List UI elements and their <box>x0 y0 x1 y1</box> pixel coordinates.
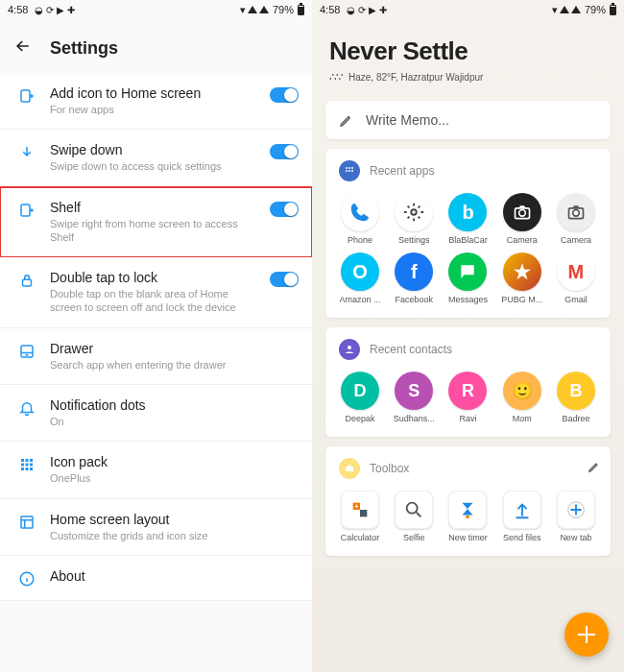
item-title: Icon pack <box>50 454 291 469</box>
memo-placeholder: Write Memo... <box>366 112 449 128</box>
contact-badree[interactable]: BBadree <box>551 372 601 423</box>
battery-icon <box>610 5 616 15</box>
item-title: Swipe down <box>50 142 262 157</box>
contact-label: Deepak <box>346 414 375 423</box>
toggle-switch[interactable] <box>270 144 299 159</box>
svg-rect-28 <box>348 466 351 468</box>
svg-point-17 <box>351 167 353 169</box>
app-pubg-m-[interactable]: ★PUBG M... <box>497 252 547 304</box>
toggle-switch[interactable] <box>270 87 299 103</box>
recent-apps-card: Recent apps PhoneSettingsbBlaBlaCarCamer… <box>325 149 611 318</box>
app-label: Messages <box>448 295 488 304</box>
settings-item-info[interactable]: About <box>0 556 312 601</box>
app-facebook[interactable]: fFacebook <box>389 252 439 304</box>
settings-list: Add icon to Home screenFor new appsSwipe… <box>0 73 312 672</box>
settings-item-shelf[interactable]: ShelfSwipe right from home screen to acc… <box>0 187 312 258</box>
contact-deepak[interactable]: DDeepak <box>335 372 385 423</box>
settings-item-swipe-down[interactable]: Swipe downSwipe down to access quick set… <box>0 130 312 186</box>
back-button[interactable] <box>13 36 33 60</box>
item-subtitle: For new apps <box>50 103 262 116</box>
battery-percent: 79% <box>273 4 294 15</box>
toolbox-edit-button[interactable] <box>588 460 601 477</box>
contacts-badge-icon <box>339 339 360 360</box>
toolbox-card: Toolbox +CalculatorSelfieNew timerSend f… <box>325 446 611 556</box>
page-title: Settings <box>50 38 118 59</box>
app-label: BlaBlaCar <box>448 235 488 245</box>
svg-rect-9 <box>30 464 33 467</box>
app-camera[interactable]: Camera <box>497 193 547 245</box>
svg-rect-30 <box>360 510 367 516</box>
svg-point-21 <box>412 209 418 215</box>
app-label: Amazon ... <box>340 295 381 304</box>
item-subtitle: Double tap on the blank area of Home scr… <box>50 287 262 315</box>
svg-point-19 <box>348 170 350 172</box>
tool-calculator[interactable]: +Calculator <box>335 491 385 542</box>
svg-rect-8 <box>26 464 29 467</box>
signal-icon <box>259 6 269 13</box>
settings-item-bell[interactable]: Notification dotsOn <box>0 385 312 442</box>
lock-icon <box>13 270 40 289</box>
svg-text:+: + <box>355 503 359 510</box>
svg-rect-12 <box>30 468 33 470</box>
item-subtitle: Swipe down to access quick settings <box>50 159 262 173</box>
contact-ravi[interactable]: RRavi <box>443 372 492 423</box>
toggle-switch[interactable] <box>270 272 299 287</box>
tool-selfie[interactable]: Selfie <box>389 491 439 542</box>
settings-item-layout[interactable]: Home screen layoutCustomize the grids an… <box>0 499 312 556</box>
app-camera[interactable]: Camera <box>551 193 601 245</box>
recent-apps-label: Recent apps <box>370 164 434 178</box>
fab-add-button[interactable] <box>564 612 609 657</box>
contact-sudhans-[interactable]: SSudhans... <box>389 372 439 423</box>
settings-screen: 4:58 ◒⟳▶✚ ▾ 79% Settings Add icon to Hom… <box>0 0 312 672</box>
settings-item-lock[interactable]: Double tap to lockDouble tap on the blan… <box>0 257 312 328</box>
wifi-icon: ▾ <box>240 4 246 16</box>
settings-item-grid[interactable]: Icon packOnePlus <box>0 442 312 498</box>
tool-new-timer[interactable]: New timer <box>443 491 492 542</box>
signal-icon <box>560 6 569 13</box>
layout-icon <box>13 512 40 531</box>
svg-point-15 <box>346 167 348 169</box>
app-blablacar[interactable]: bBlaBlaCar <box>443 193 492 245</box>
app-phone[interactable]: Phone <box>335 193 385 245</box>
tool-label: New timer <box>448 533 488 542</box>
item-subtitle: Customize the grids and icon size <box>50 529 291 542</box>
recent-contacts-card: Recent contacts DDeepakSSudhans...RRavi🙂… <box>325 327 611 437</box>
svg-point-32 <box>407 503 418 514</box>
signal-icon <box>248 6 257 13</box>
svg-rect-10 <box>21 468 24 470</box>
app-amazon-[interactable]: OAmazon ... <box>335 252 385 304</box>
tool-label: Selfie <box>403 533 425 542</box>
battery-percent: 79% <box>585 4 606 15</box>
svg-rect-27 <box>346 467 353 471</box>
tool-send-files[interactable]: Send files <box>497 491 547 542</box>
swipe-down-icon <box>13 142 40 161</box>
svg-rect-13 <box>21 516 33 528</box>
contact-label: Ravi <box>459 414 476 423</box>
app-settings[interactable]: Settings <box>389 193 439 245</box>
svg-point-23 <box>518 210 525 217</box>
tool-new-tab[interactable]: New tab <box>551 491 601 542</box>
write-memo[interactable]: Write Memo... <box>325 101 611 139</box>
contact-mom[interactable]: 🙂Mom <box>497 372 547 423</box>
weather-row[interactable]: ∴∵ Haze, 82°F, Hazratpur Wajidpur <box>329 70 607 84</box>
item-title: Add icon to Home screen <box>50 85 262 101</box>
bell-icon <box>13 397 40 417</box>
svg-point-25 <box>573 210 580 217</box>
tool-label: Calculator <box>341 533 380 542</box>
app-gmail[interactable]: MGmail <box>551 252 601 304</box>
recent-contacts-label: Recent contacts <box>370 343 452 356</box>
drawer-icon <box>13 341 40 360</box>
settings-item-add-home[interactable]: Add icon to Home screenFor new apps <box>0 73 312 130</box>
app-messages[interactable]: Messages <box>443 252 492 304</box>
settings-item-drawer[interactable]: DrawerSearch app when entering the drawe… <box>0 328 312 385</box>
svg-point-26 <box>348 346 351 349</box>
item-title: Notification dots <box>50 397 291 413</box>
signal-icon <box>571 6 581 13</box>
svg-rect-6 <box>30 459 33 462</box>
app-label: Camera <box>561 235 591 245</box>
item-title: Drawer <box>50 341 291 356</box>
status-bar: 4:58 ◒⟳▶✚ ▾ 79% <box>312 0 624 19</box>
toggle-switch[interactable] <box>270 202 299 217</box>
shelf-title: Never Settle <box>329 36 607 66</box>
item-subtitle: OnePlus <box>50 471 291 485</box>
